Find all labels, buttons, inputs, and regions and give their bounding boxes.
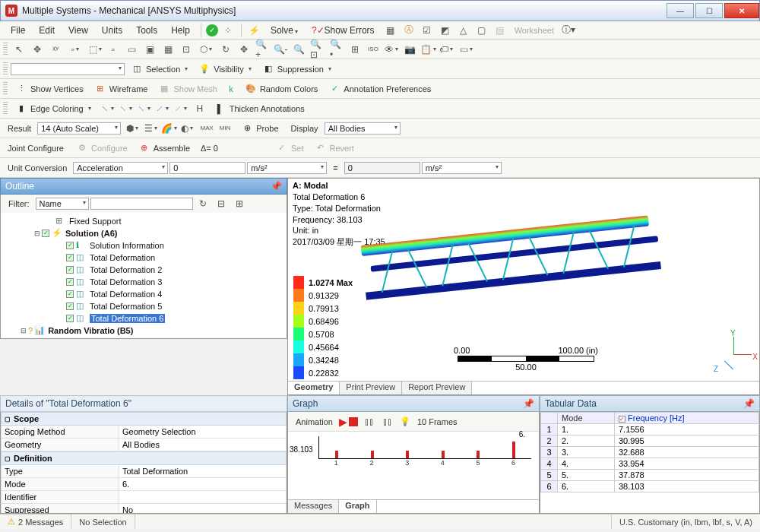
- k-icon[interactable]: k: [225, 83, 237, 95]
- tree-td6[interactable]: ✓Total Deformation 6: [2, 312, 285, 325]
- unit-type-combo[interactable]: Acceleration: [73, 162, 168, 174]
- tree-fixed-support[interactable]: Fixed Support: [2, 215, 285, 227]
- pin-icon[interactable]: 📌: [743, 398, 755, 409]
- tree-random-vibration[interactable]: ⊟?📊Random Vibratio (B5): [2, 325, 285, 337]
- named-sel-combo[interactable]: [11, 63, 125, 75]
- col-mode[interactable]: Mode: [558, 413, 615, 424]
- selection-button[interactable]: ◫Selection: [126, 62, 192, 77]
- collapse-icon[interactable]: ⊞: [233, 197, 246, 211]
- set-button[interactable]: ✓Set: [271, 141, 309, 156]
- mode-icon[interactable]: ⬚: [88, 43, 102, 56]
- h-icon[interactable]: H: [193, 102, 207, 116]
- show-vertices-button[interactable]: ⋮Show Vertices: [11, 81, 88, 97]
- clipboard-icon[interactable]: 📋: [421, 43, 435, 56]
- menu-units[interactable]: Units: [96, 24, 128, 37]
- select-body-icon[interactable]: ▫: [68, 43, 82, 56]
- tree-td3[interactable]: ✓Total Deformation 3: [2, 276, 285, 288]
- iso-label-icon[interactable]: ISO: [366, 43, 380, 56]
- dots-icon[interactable]: ⁘: [221, 24, 235, 37]
- e3-icon[interactable]: ⟍: [137, 102, 150, 116]
- filter-input[interactable]: [90, 198, 193, 210]
- cursor-icon[interactable]: ↖: [12, 43, 26, 56]
- check-icon[interactable]: ✓: [206, 24, 218, 36]
- suppression-button[interactable]: ◧Suppression: [258, 62, 336, 77]
- frames-dn-icon[interactable]: ⫿⫿: [381, 415, 394, 429]
- outline-tree[interactable]: Fixed Support ⊟✓⚡Solution (A6) ✓Solution…: [1, 213, 287, 338]
- vert-icon[interactable]: ▫: [106, 43, 120, 56]
- minimize-button[interactable]: [667, 3, 694, 18]
- zoom-sel-icon[interactable]: 🔍•: [330, 43, 344, 56]
- show-mesh-button[interactable]: ▦Show Mesh: [154, 81, 221, 97]
- edge-coloring-button[interactable]: ▮Edge Coloring: [11, 101, 96, 116]
- iso-cube-icon[interactable]: ⬡: [199, 43, 213, 56]
- display-combo[interactable]: All Bodies: [325, 122, 401, 135]
- nodes-icon[interactable]: ⊡: [179, 43, 193, 56]
- worksheet-button[interactable]: Worksheet: [510, 24, 559, 36]
- sheet-d-icon[interactable]: ▤: [493, 24, 507, 37]
- tree-td2[interactable]: ✓Total Deformation 2: [2, 264, 285, 276]
- unit-val1-field[interactable]: 0: [169, 162, 245, 174]
- details-val[interactable]: 6.: [119, 478, 286, 490]
- look-icon[interactable]: 👁: [385, 43, 398, 56]
- details-val[interactable]: Total Deformation: [119, 465, 286, 477]
- filter-combo[interactable]: Name: [36, 198, 89, 210]
- zoom-out-icon[interactable]: 🔍-: [274, 43, 287, 56]
- status-units[interactable]: U.S. Customary (in, lbm, lbf, s, V, A): [612, 515, 760, 529]
- iso-icon[interactable]: ◐: [180, 122, 194, 135]
- unit-unit1-combo[interactable]: m/s²: [247, 162, 327, 174]
- chart-icon[interactable]: ◩: [439, 24, 452, 37]
- tab-graph[interactable]: Graph: [339, 500, 376, 513]
- page-icon[interactable]: ▢: [475, 24, 489, 37]
- zoom-in-icon[interactable]: 🔍+: [255, 43, 269, 56]
- tree-td5[interactable]: ✓Total Deformation 5: [2, 300, 285, 312]
- status-messages[interactable]: ⚠2 Messages: [0, 515, 71, 529]
- tree-td1[interactable]: ✓Total Deformation: [2, 252, 285, 264]
- body-icon[interactable]: ▦: [161, 43, 175, 56]
- thicken-button[interactable]: ▌Thicken Annotations: [210, 101, 309, 116]
- frames-up-icon[interactable]: ⫿⫿: [363, 415, 376, 429]
- menu-file[interactable]: File: [5, 24, 31, 37]
- close-button[interactable]: [724, 3, 759, 18]
- random-colors-button[interactable]: 🎨Random Colors: [240, 81, 322, 97]
- wireframe-button[interactable]: ⊞Wireframe: [90, 81, 153, 97]
- views-icon[interactable]: ⊞: [348, 43, 362, 56]
- menu-tools[interactable]: Tools: [130, 24, 163, 37]
- e2-icon[interactable]: ⟍: [119, 102, 132, 116]
- triangle-icon[interactable]: △: [457, 24, 470, 37]
- window-split-icon[interactable]: ▭: [459, 43, 473, 56]
- max-icon[interactable]: MAX: [200, 122, 214, 135]
- assemble-button[interactable]: ⊕Assemble: [134, 141, 195, 156]
- show-errors-button[interactable]: ?✓Show Errors: [306, 24, 381, 37]
- zoom-fit-icon[interactable]: 🔍⊡: [310, 43, 324, 56]
- details-val[interactable]: Geometry Selection: [119, 426, 286, 438]
- visibility-button[interactable]: 💡Visibility: [194, 62, 256, 77]
- menu-edit[interactable]: Edit: [33, 24, 61, 37]
- tab-print-preview[interactable]: Print Preview: [340, 382, 402, 394]
- unit-unit2-combo[interactable]: m/s²: [422, 162, 502, 174]
- e4-icon[interactable]: ⟋: [155, 102, 169, 116]
- pin-icon[interactable]: 📌: [271, 181, 282, 192]
- todo-icon[interactable]: ☑: [420, 24, 434, 37]
- rotate-icon[interactable]: ↻: [219, 43, 233, 56]
- e5-icon[interactable]: ⟋: [173, 102, 187, 116]
- details-val[interactable]: All Bodies: [119, 439, 286, 451]
- pan-icon[interactable]: ✥: [237, 43, 251, 56]
- edges-icon[interactable]: ☰: [144, 122, 157, 135]
- revert-button[interactable]: ↶Revert: [309, 141, 358, 156]
- info-icon[interactable]: ⓘ▾: [562, 24, 575, 37]
- zoom-box-icon[interactable]: 🔍: [292, 43, 306, 56]
- e1-icon[interactable]: ⟍: [100, 102, 114, 116]
- tab-geometry[interactable]: Geometry: [288, 382, 340, 394]
- menu-view[interactable]: View: [62, 24, 94, 37]
- tree-sol-info[interactable]: ✓Solution Information: [2, 239, 285, 252]
- maximize-button[interactable]: [695, 3, 723, 18]
- pin-icon[interactable]: 📌: [523, 398, 534, 409]
- solve-button[interactable]: Solve: [264, 24, 304, 37]
- xy-icon[interactable]: ᵡʸ: [49, 43, 62, 56]
- camera-icon[interactable]: 📷: [403, 43, 416, 56]
- tab-messages[interactable]: Messages: [288, 500, 339, 513]
- probe-button[interactable]: ⊕Probe: [236, 121, 283, 136]
- edge-icon[interactable]: ▭: [125, 43, 138, 56]
- details-val[interactable]: [119, 491, 286, 503]
- menu-help[interactable]: Help: [165, 24, 196, 37]
